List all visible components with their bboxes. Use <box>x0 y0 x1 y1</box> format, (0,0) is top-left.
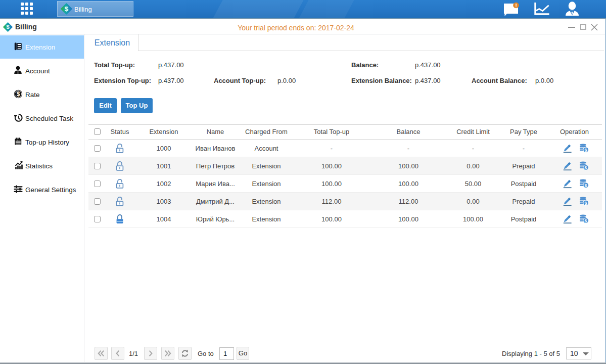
svg-text:$: $ <box>585 165 587 170</box>
svg-text:$: $ <box>585 201 587 206</box>
svg-text:$: $ <box>585 218 587 223</box>
svg-text:$: $ <box>585 148 587 153</box>
svg-text:$: $ <box>585 183 587 188</box>
svg-text:$: $ <box>17 90 20 98</box>
svg-text:$: $ <box>6 24 9 30</box>
svg-text:$: $ <box>65 5 69 13</box>
